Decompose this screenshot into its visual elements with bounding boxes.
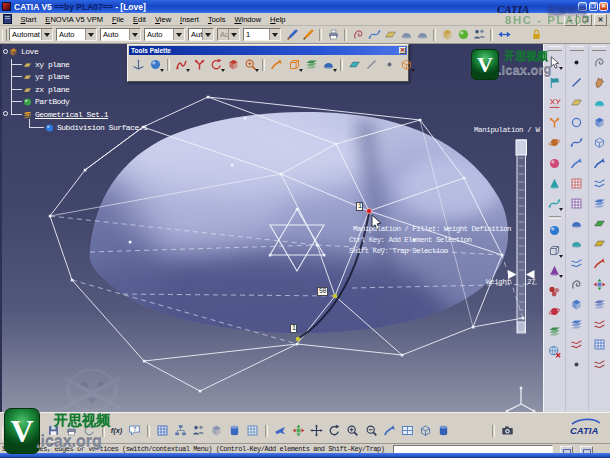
gray-curl-icon[interactable] [569,277,584,292]
toolbar-grip[interactable] [570,46,584,51]
fold-stack-icon[interactable] [592,196,607,211]
blue-sweep-icon[interactable] [592,156,607,171]
menu-item-file[interactable]: File [107,14,128,25]
palette-close-icon[interactable]: ✕ [399,47,406,54]
point-icon[interactable] [569,55,584,70]
combo-auto[interactable]: Auto [144,28,185,41]
blue-stack-icon[interactable] [569,317,584,332]
xyz-axes-icon[interactable] [547,95,562,110]
red-wave-icon[interactable] [569,337,584,352]
orange-bird-icon[interactable] [547,115,562,130]
screen-capture2-icon[interactable] [473,423,488,438]
tree-item-geometrical-set[interactable]: Geometrical Set.1 [22,109,108,120]
box-sphere-icon[interactable] [440,27,455,42]
green-sheet-icon[interactable] [592,216,607,231]
screen-capture-icon[interactable] [455,423,470,438]
menu-item-start[interactable]: Start [16,14,41,25]
maximize-button[interactable]: ❐ [589,2,598,12]
spline-tool-icon[interactable] [367,27,382,42]
layer-planes-icon[interactable] [592,297,607,312]
swap-arrows-icon[interactable] [497,27,512,42]
sketch-hand-icon[interactable] [592,75,607,90]
green-planes-icon[interactable] [547,324,562,339]
combo-dropdown-icon[interactable] [41,29,52,40]
abacus-grid-icon[interactable] [245,423,260,438]
wave-bar-icon[interactable] [592,357,607,372]
tree-item-subdivision-surface[interactable]: Subdivision Surface.1 [44,122,147,133]
red-grid-icon[interactable] [569,176,584,191]
workbench-screen-icon[interactable] [513,27,528,42]
help-bubble-icon[interactable] [127,423,142,438]
rotate-view-icon[interactable] [327,423,342,438]
menu-item-window[interactable]: Window [230,14,266,25]
purple-cones-icon[interactable] [547,263,562,278]
menu-item-enovia-v5-vpm[interactable]: ENOVIA V5 VPM [41,14,108,25]
sphere-manipulator-icon[interactable] [148,57,163,72]
org-chart-icon[interactable] [173,423,188,438]
teal-cone-icon[interactable] [547,176,562,191]
weight-slider[interactable] [508,140,535,333]
red-wave2-icon[interactable] [592,317,607,332]
end-point-icon[interactable] [569,357,584,372]
tree-item-xy-plane[interactable]: xy plane [22,59,69,70]
menu-item-edit[interactable]: Edit [129,14,151,25]
toolbar-grip[interactable] [548,46,562,51]
four-arrows-icon[interactable] [291,423,306,438]
mdi-close-button[interactable]: ✕ [594,14,607,26]
magnifier-icon[interactable] [243,57,258,72]
pink-swirl-icon[interactable] [547,156,562,171]
multi-arrow-icon[interactable] [592,277,607,292]
horn-2-icon[interactable] [415,27,430,42]
tree-item-zx-plane[interactable]: zx plane [22,84,69,95]
teal-blade-icon[interactable] [547,196,562,211]
connect-curve-icon[interactable] [569,156,584,171]
lock-people-icon[interactable] [191,423,206,438]
saturn-sphere-icon[interactable] [547,135,562,150]
box-stack-icon[interactable] [209,423,224,438]
horn-1-icon[interactable] [399,27,414,42]
tools-palette-window[interactable]: Tools Palette ✕ [127,44,409,82]
combo-dropdown-icon[interactable] [129,29,140,40]
combo-aut[interactable]: Aut [217,28,240,41]
calc-table-icon[interactable] [155,423,170,438]
zoom-out-icon[interactable] [364,423,379,438]
blue-cube-icon[interactable] [592,115,607,130]
combo-dropdown-icon[interactable] [228,29,239,40]
tree-item-yz-plane[interactable]: yz plane [22,71,69,82]
blue-wave-icon[interactable] [592,176,607,191]
spline-icon[interactable] [569,135,584,150]
document-icon[interactable] [3,14,12,24]
gray-curl-icon[interactable] [592,55,607,70]
camera-icon[interactable] [500,423,515,438]
orange-frame-icon[interactable] [287,57,302,72]
green-layers-icon[interactable] [304,57,319,72]
red-arcs-icon[interactable] [174,57,189,72]
menu-item-insert[interactable]: Insert [176,14,204,25]
square-outline-icon[interactable] [547,243,562,258]
combo-dropdown-icon[interactable] [173,29,184,40]
wire-box-icon[interactable] [399,57,414,72]
plane-icon[interactable] [569,95,584,110]
color-brush-icon[interactable] [301,27,316,42]
combo-automat[interactable]: Automat [9,28,53,41]
v5-sphere-icon[interactable] [456,27,471,42]
fly-mode-icon[interactable] [382,423,397,438]
fx-knowledge-icon[interactable] [109,423,124,438]
database-icon[interactable] [227,423,242,438]
lock-icon[interactable] [529,27,544,42]
purple-grid-icon[interactable] [569,196,584,211]
cylinder-view-icon[interactable] [436,423,451,438]
people-icon[interactable] [472,27,487,42]
toolbar-grip[interactable] [2,29,7,41]
toolbar-grip[interactable] [592,46,606,51]
blue-box-icon[interactable] [569,297,584,312]
cyan-diamond-icon[interactable] [347,57,362,72]
blue-sphere-icon[interactable] [547,223,562,238]
point-tool-icon[interactable] [382,57,397,72]
menu-item-tools[interactable]: Tools [203,14,230,25]
red-box-icon[interactable] [226,57,241,72]
combo-auto[interactable]: Auto [100,28,141,41]
viewport-3d[interactable]: Love xy plane yz plane zx plane PartBody… [0,44,543,412]
orange-arrow-icon[interactable] [269,57,284,72]
circle-icon[interactable] [569,115,584,130]
